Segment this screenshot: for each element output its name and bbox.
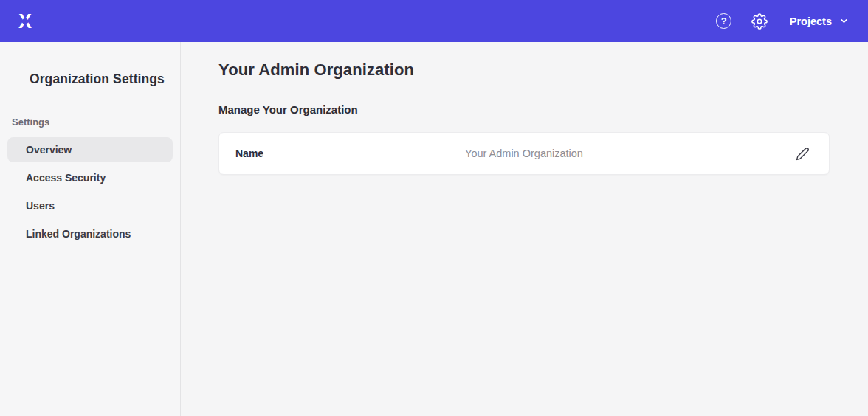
sidebar-title: Organization Settings (0, 72, 180, 87)
projects-label: Projects (790, 15, 832, 27)
sidebar-item-label: Access Security (26, 172, 106, 184)
pencil-icon (796, 147, 810, 161)
main-content: Your Admin Organization Manage Your Orga… (181, 42, 868, 416)
help-button[interactable]: ? (712, 9, 737, 34)
sidebar-item-label: Overview (26, 144, 72, 156)
sidebar-section-label: Settings (0, 117, 180, 128)
edit-name-button[interactable] (792, 143, 813, 164)
topbar: X ? Projects (0, 0, 868, 42)
sidebar-item-linked-organizations[interactable]: Linked Organizations (7, 221, 173, 246)
app-logo-icon[interactable]: X (15, 11, 35, 32)
sidebar-item-access-security[interactable]: Access Security (7, 165, 173, 190)
sidebar-nav: Overview Access Security Users Linked Or… (0, 137, 180, 246)
sidebar-item-label: Linked Organizations (26, 228, 131, 240)
name-field-value: Your Admin Organization (465, 148, 583, 159)
sidebar-item-users[interactable]: Users (7, 193, 173, 218)
section-title: Manage Your Organization (218, 103, 868, 116)
page-title: Your Admin Organization (218, 60, 868, 80)
page-body: Organization Settings Settings Overview … (0, 42, 868, 416)
settings-button[interactable] (747, 9, 772, 34)
gear-icon (751, 13, 768, 30)
chevron-down-icon (839, 16, 849, 26)
help-circle-icon: ? (716, 13, 731, 29)
sidebar-item-label: Users (26, 200, 55, 212)
sidebar-item-overview[interactable]: Overview (7, 137, 173, 162)
organization-name-card: Name Your Admin Organization (218, 132, 830, 175)
name-field-label: Name (235, 148, 264, 159)
sidebar: Organization Settings Settings Overview … (0, 42, 181, 416)
projects-dropdown[interactable]: Projects (782, 10, 850, 33)
topbar-actions: ? Projects (712, 9, 850, 34)
